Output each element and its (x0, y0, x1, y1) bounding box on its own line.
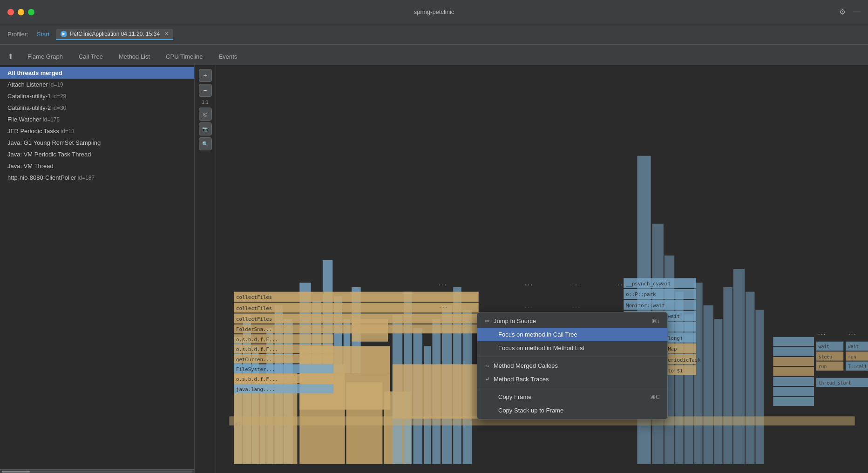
zoom-controls: + − 1:1 ◎ 📷 🔍 (195, 65, 216, 473)
menu-copy-frame[interactable]: Copy Frame ⌘C (477, 390, 667, 404)
pencil-icon: ✏ (485, 318, 490, 324)
zoom-out-button[interactable]: − (199, 84, 212, 97)
svg-text:...: ... (571, 281, 580, 287)
svg-text:...: ... (617, 281, 626, 287)
svg-text:collectFiles: collectFiles (236, 316, 272, 322)
context-menu: ✏ Jump to Source ⌘↓ Focus on method in C… (477, 312, 668, 419)
scrollbar-track (2, 471, 192, 473)
sidebar-item-g1-young[interactable]: Java: G1 Young RemSet Sampling (0, 137, 194, 149)
svg-rect-43 (773, 347, 814, 356)
svg-rect-44 (773, 357, 814, 366)
svg-rect-28 (393, 364, 483, 419)
svg-rect-36 (704, 305, 713, 464)
zoom-in-button[interactable]: + (199, 69, 212, 82)
menu-copy-stack[interactable]: Copy Stack up to Frame (477, 404, 667, 417)
minimize-button[interactable] (18, 9, 24, 15)
title-bar: spring-petclinic ⚙ — (0, 0, 868, 24)
svg-rect-46 (773, 377, 814, 386)
zoom-fit-button[interactable]: ◎ (199, 108, 212, 121)
svg-rect-39 (733, 269, 745, 464)
svg-text:...: ... (848, 331, 856, 336)
svg-rect-41 (755, 310, 764, 464)
svg-text:...: ... (439, 303, 448, 309)
svg-text:...: ... (524, 281, 533, 287)
svg-rect-47 (773, 387, 814, 396)
menu-focus-call-tree[interactable]: Focus on method in Call Tree (477, 328, 667, 341)
tab-flame-graph[interactable]: Flame Graph (20, 49, 70, 65)
tab-bar: ⬆ Flame Graph Call Tree Method List CPU … (0, 45, 868, 65)
menu-divider-2 (477, 388, 667, 388)
export-button[interactable]: ⬆ (4, 48, 17, 65)
svg-rect-38 (723, 287, 732, 464)
session-close-button[interactable]: ✕ (164, 31, 169, 37)
svg-text:collectFiles: collectFiles (236, 305, 272, 311)
back-traces-icon: ⤶ (485, 376, 490, 383)
svg-rect-42 (773, 337, 814, 346)
profiler-label: Profiler: (7, 31, 28, 38)
menu-method-back-traces[interactable]: ⤶ Method Back Traces (477, 372, 667, 386)
main-content: ⬆ Flame Graph Call Tree Method List CPU … (0, 45, 868, 473)
menu-method-merged-callees[interactable]: ⤷ Method Merged Callees (477, 359, 667, 372)
svg-text:T::call_run: T::call_run (848, 364, 868, 370)
sidebar-item-http-nio[interactable]: http-nio-8080-ClientPoller id=187 (0, 172, 194, 183)
svg-text:FileSyster...: FileSyster... (236, 366, 275, 372)
menu-focus-method-list[interactable]: Focus on method in Method List (477, 341, 667, 355)
minimize-icon[interactable]: — (853, 7, 861, 16)
menu-divider-1 (477, 357, 667, 357)
svg-text:getCurren...: getCurren... (236, 357, 272, 363)
scrollbar-thumb[interactable] (2, 471, 30, 473)
tab-events[interactable]: Events (211, 49, 245, 65)
thread-list: All threads merged Attach Listener id=19… (0, 65, 194, 469)
sidebar-item-jfr-periodic[interactable]: JFR Periodic Tasks id=13 (0, 125, 194, 137)
tab-call-tree[interactable]: Call Tree (71, 49, 110, 65)
sidebar-item-vm-thread[interactable]: Java: VM Thread (0, 160, 194, 172)
svg-rect-40 (746, 292, 754, 464)
sidebar-item-file-watcher[interactable]: File Watcher id=175 (0, 114, 194, 125)
sidebar-item-all-threads[interactable]: All threads merged (0, 67, 194, 79)
svg-text:thread_start: thread_start (819, 380, 851, 386)
svg-text:sleep: sleep (819, 354, 832, 359)
sidebar-item-attach-listener[interactable]: Attach Listener id=19 (0, 79, 194, 90)
tab-method-list[interactable]: Method List (111, 49, 157, 65)
svg-rect-48 (773, 397, 814, 405)
window-title: spring-petclinic (414, 8, 454, 15)
traffic-lights (7, 9, 34, 15)
svg-rect-45 (773, 367, 814, 376)
search-button[interactable]: 🔍 (199, 137, 212, 150)
camera-button[interactable]: 📷 (199, 122, 212, 135)
svg-text:__psynch_cvwait: __psynch_cvwait (626, 281, 671, 287)
start-button[interactable]: Start (34, 30, 52, 39)
maximize-button[interactable] (28, 9, 34, 15)
sidebar-item-catalina-1[interactable]: Catalina-utility-1 id=29 (0, 90, 194, 102)
content-area: All threads merged Attach Listener id=19… (0, 65, 868, 473)
svg-text:o::P::park: o::P::park (626, 291, 656, 297)
svg-text:Monitor::wait: Monitor::wait (626, 303, 665, 309)
svg-rect-37 (714, 319, 723, 464)
svg-text:...: ... (818, 331, 826, 336)
svg-text:java.lang....: java.lang.... (236, 386, 275, 392)
sidebar-item-vm-periodic[interactable]: Java: VM Periodic Task Thread (0, 149, 194, 160)
session-label: PetClinicApplication 04.11.20, 15:34 (70, 31, 160, 37)
close-button[interactable] (7, 9, 14, 15)
svg-text:o.s.b.d.f.F...: o.s.b.d.f.F... (236, 376, 278, 382)
session-tab[interactable]: ▶ PetClinicApplication 04.11.20, 15:34 ✕ (56, 29, 173, 40)
svg-text:...: ... (524, 303, 533, 309)
callees-icon: ⤷ (485, 362, 490, 369)
left-sidebar: All threads merged Attach Listener id=19… (0, 65, 195, 473)
svg-text:wait: wait (848, 344, 859, 349)
flame-area[interactable]: collectFiles collectFiles collectFiles _… (216, 65, 868, 473)
svg-text:...: ... (438, 281, 447, 287)
svg-text:collectFiles: collectFiles (236, 294, 272, 300)
sidebar-scrollbar[interactable] (0, 469, 194, 473)
svg-text:wait: wait (819, 344, 829, 349)
tab-cpu-timeline[interactable]: CPU Timeline (158, 49, 210, 65)
svg-text:FolderSna...: FolderSna... (236, 326, 272, 332)
toolbar: Profiler: Start ▶ PetClinicApplication 0… (0, 24, 868, 45)
gear-icon[interactable]: ⚙ (839, 7, 846, 16)
svg-text:run: run (819, 364, 827, 369)
session-icon: ▶ (61, 31, 67, 37)
svg-text:...: ... (571, 303, 580, 309)
svg-text:o.s.b.d.f.F...: o.s.b.d.f.F... (236, 337, 278, 343)
sidebar-item-catalina-2[interactable]: Catalina-utility-2 id=30 (0, 102, 194, 114)
menu-jump-to-source[interactable]: ✏ Jump to Source ⌘↓ (477, 314, 667, 328)
